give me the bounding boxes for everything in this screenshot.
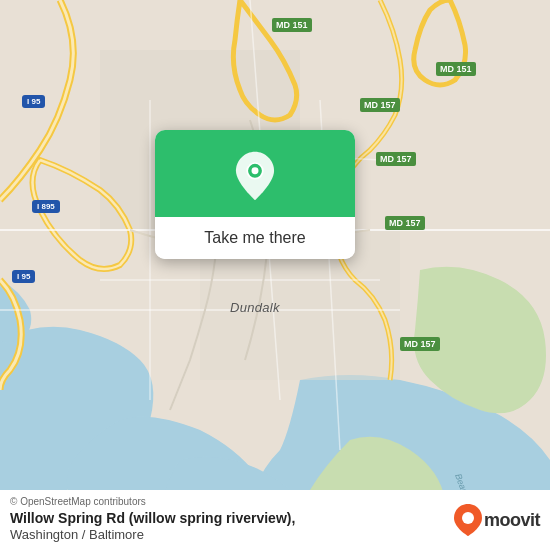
- road-badge-md157-3: MD 157: [385, 216, 425, 230]
- moovit-brand-text: moovit: [484, 510, 540, 531]
- location-popup: Take me there: [155, 130, 355, 259]
- road-badge-md151-2: MD 151: [436, 62, 476, 76]
- map-background: Bear Creek: [0, 0, 550, 550]
- svg-point-12: [252, 167, 259, 174]
- map-container: Bear Creek I 95 I 895 I 95 MD 151 MD 151…: [0, 0, 550, 550]
- moovit-logo: moovit: [452, 502, 540, 538]
- road-badge-md151-1: MD 151: [272, 18, 312, 32]
- location-pin-icon: [229, 150, 281, 202]
- road-badge-md157-1: MD 157: [360, 98, 400, 112]
- popup-icon-area: [155, 130, 355, 217]
- take-me-there-button[interactable]: Take me there: [155, 217, 355, 259]
- place-label-dundalk: Dundalk: [230, 300, 280, 315]
- road-badge-i95-2: I 95: [12, 270, 35, 283]
- road-badge-i895: I 895: [32, 200, 60, 213]
- road-badge-md157-4: MD 157: [400, 337, 440, 351]
- road-badge-i95-1: I 95: [22, 95, 45, 108]
- road-badge-md157-2: MD 157: [376, 152, 416, 166]
- moovit-pin-icon: [452, 502, 484, 538]
- svg-point-13: [462, 512, 474, 524]
